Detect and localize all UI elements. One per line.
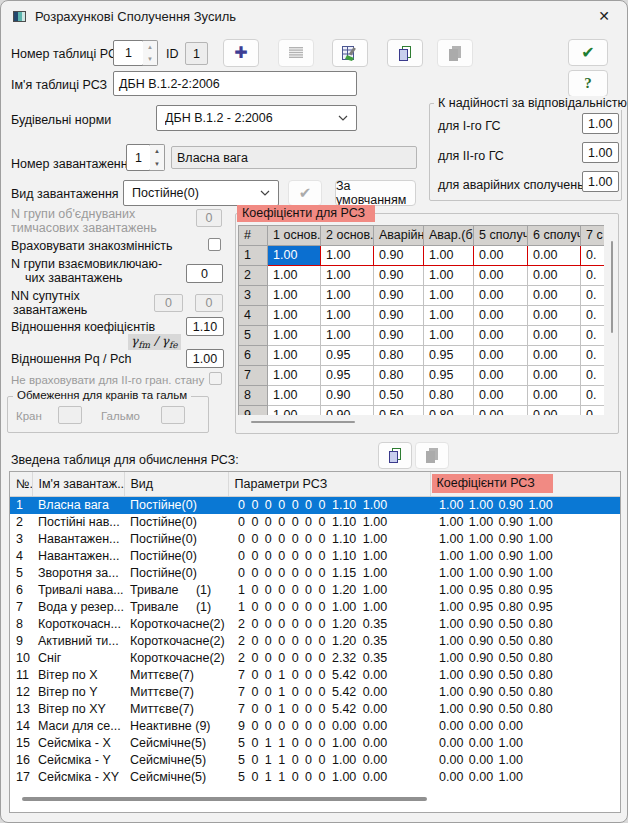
coef-cell[interactable]: 0.00 xyxy=(528,246,581,266)
coef-cell[interactable]: 1.00 xyxy=(268,246,321,266)
summary-cell-n[interactable]: 8 xyxy=(10,616,32,633)
coef-cell[interactable]: 0. xyxy=(581,306,605,326)
table-number-input[interactable]: 1 xyxy=(113,40,144,66)
summary-cell-name[interactable]: Вітер по XY xyxy=(32,701,124,718)
summary-cell-n[interactable]: 7 xyxy=(10,599,32,616)
coef-cell[interactable]: 0.90 xyxy=(374,326,424,346)
coef-cell[interactable]: 0.90 xyxy=(321,406,374,416)
coef-cell[interactable]: 0.00 xyxy=(528,266,581,286)
coef-cell[interactable]: 0.00 xyxy=(474,246,528,266)
coef-cell[interactable]: 0. xyxy=(581,326,605,346)
table-name-input[interactable]: ДБН В.1.2-2:2006 xyxy=(113,71,357,96)
summary-cell-n[interactable]: 14 xyxy=(10,718,32,735)
summary-row[interactable]: 5Зворотня за...Постійне(0)0 0 0 0 0 0 0 … xyxy=(10,565,620,582)
summary-row[interactable]: 1Власна вагаПостійне(0)0 0 0 0 0 0 0 1.1… xyxy=(10,496,620,514)
summary-row[interactable]: 8Короткочасн...Короткочасне(2)2 0 0 0 0 … xyxy=(10,616,620,633)
summary-cell-kind[interactable]: Миттєве(7) xyxy=(124,684,228,701)
coef-cell[interactable]: 1.00 xyxy=(268,346,321,366)
summary-cell-kind[interactable]: Тривале (1) xyxy=(124,582,228,599)
coef-cell[interactable]: 0.00 xyxy=(474,346,528,366)
summary-row[interactable]: 4Навантажен...Постійне(0)0 0 0 0 0 0 0 1… xyxy=(10,548,620,565)
summary-cell-params[interactable]: 1 0 0 0 0 0 0 1.20 1.00 xyxy=(228,582,430,599)
summary-cell-name[interactable]: Активний ти... xyxy=(32,633,124,650)
coef-cell[interactable]: 1.00 xyxy=(424,246,474,266)
summary-cell-name[interactable]: Постійні нав... xyxy=(32,514,124,531)
coef-cell[interactable]: 1.00 xyxy=(424,306,474,326)
coef-cell[interactable]: 0.90 xyxy=(374,306,424,326)
table-number-spinner[interactable]: ▲ ▼ xyxy=(143,40,158,66)
coef-cell[interactable]: 1.00 xyxy=(268,306,321,326)
help-button[interactable]: ? xyxy=(568,70,608,97)
coef-row-number[interactable]: 3 xyxy=(239,286,268,306)
summary-horizontal-scrollbar[interactable] xyxy=(22,797,427,801)
summary-cell-name[interactable]: Маси для се... xyxy=(32,718,124,735)
summary-cell-name[interactable]: Сейсміка - Y xyxy=(32,752,124,769)
coef-cell[interactable]: 0.90 xyxy=(374,266,424,286)
summary-row[interactable]: 3Навантажен...Постійне(0)0 0 0 0 0 0 0 1… xyxy=(10,531,620,548)
coef-cell[interactable]: 1.00 xyxy=(268,386,321,406)
coef-row-number[interactable]: 5 xyxy=(239,326,268,346)
summary-cell-n[interactable]: 17 xyxy=(10,769,32,786)
coef-cell[interactable]: 0.95 xyxy=(321,346,374,366)
summary-cell-n[interactable]: 4 xyxy=(10,548,32,565)
summary-cell-name[interactable]: Сейсміка - XY xyxy=(32,769,124,786)
coef-cell[interactable]: 0.00 xyxy=(528,306,581,326)
summary-cell-kind[interactable]: Сейсмічне(5) xyxy=(124,752,228,769)
summary-cell-coefs[interactable]: 1.00 0.95 0.80 0.95 xyxy=(430,599,620,616)
coef-cell[interactable]: 0.90 xyxy=(374,246,424,266)
summary-cell-kind[interactable]: Короткочасне(2) xyxy=(124,616,228,633)
coef-row[interactable]: 81.000.900.500.800.000.000. xyxy=(239,386,605,406)
summary-row[interactable]: 16Сейсміка - YСейсмічне(5)5 0 1 1 0 0 0 … xyxy=(10,752,620,769)
summary-cell-coefs[interactable]: 0.00 0.00 1.00 xyxy=(430,735,620,752)
sign-alternate-checkbox[interactable] xyxy=(208,238,221,251)
summary-row[interactable]: 17Сейсміка - XYСейсмічне(5)5 0 1 1 0 0 0… xyxy=(10,769,620,786)
summary-cell-name[interactable]: Сніг xyxy=(32,650,124,667)
summary-cell-name[interactable]: Вітер по X xyxy=(32,667,124,684)
norms-combobox[interactable]: ДБН В.1.2 - 2:2006 xyxy=(156,105,357,131)
coef-cell[interactable]: 0. xyxy=(581,406,605,416)
reliability-value-3[interactable]: 1.00 xyxy=(582,171,619,192)
coef-cell[interactable]: 1.00 xyxy=(321,246,374,266)
coef-cell[interactable]: 0. xyxy=(581,366,605,386)
default-button[interactable]: За умовчанням xyxy=(335,180,416,206)
coef-row[interactable]: 51.001.000.901.000.000.000. xyxy=(239,326,605,346)
coef-cell[interactable]: 0.50 xyxy=(374,386,424,406)
coef-row-number[interactable]: 1 xyxy=(239,246,268,266)
ignore-second-limit-checkbox[interactable] xyxy=(209,372,222,385)
coef-row[interactable]: 91.000.900.500.800.000.000. xyxy=(239,406,605,416)
coef-cell[interactable]: 0.00 xyxy=(474,266,528,286)
pq-ratio-field[interactable]: 1.00 xyxy=(186,349,224,368)
coef-cell[interactable]: 1.00 xyxy=(424,266,474,286)
summary-cell-n[interactable]: 1 xyxy=(10,496,32,514)
paste-summary-button-disabled[interactable] xyxy=(415,442,449,469)
summary-cell-kind[interactable]: Неактивне (9) xyxy=(124,718,228,735)
ok-button[interactable]: ✔ xyxy=(568,39,608,66)
coef-cell[interactable]: 0.00 xyxy=(528,346,581,366)
summary-cell-kind[interactable]: Миттєве(7) xyxy=(124,667,228,684)
summary-cell-n[interactable]: 12 xyxy=(10,684,32,701)
coef-cell[interactable]: 1.00 xyxy=(321,266,374,286)
coef-cell[interactable]: 1.00 xyxy=(268,366,321,386)
coef-cell[interactable]: 0.00 xyxy=(474,286,528,306)
summary-cell-params[interactable]: 2 0 0 0 0 0 0 1.20 0.35 xyxy=(228,616,430,633)
summary-cell-params[interactable]: 0 0 0 0 0 0 0 1.10 1.00 xyxy=(228,514,430,531)
summary-cell-kind[interactable]: Короткочасне(2) xyxy=(124,633,228,650)
coef-cell[interactable]: 0.95 xyxy=(424,366,474,386)
coef-vertical-scrollbar[interactable] xyxy=(611,241,613,333)
summary-cell-coefs[interactable]: 1.00 0.90 0.50 0.80 xyxy=(430,667,620,684)
summary-cell-coefs[interactable]: 1.00 0.90 0.50 0.80 xyxy=(430,684,620,701)
reliability-value-2[interactable]: 1.00 xyxy=(582,142,619,163)
summary-cell-params[interactable]: 2 0 0 0 0 0 0 2.32 0.35 xyxy=(228,650,430,667)
summary-cell-kind[interactable]: Постійне(0) xyxy=(124,565,228,582)
coef-cell[interactable]: 1.00 xyxy=(321,326,374,346)
summary-cell-name[interactable]: Тривалі нава... xyxy=(32,582,124,599)
summary-row[interactable]: 12Вітер по YМиттєве(7)7 0 0 1 0 0 0 5.42… xyxy=(10,684,620,701)
coef-cell[interactable]: 0.80 xyxy=(374,346,424,366)
spin-down-icon[interactable]: ▼ xyxy=(150,158,164,171)
summary-cell-kind[interactable]: Сейсмічне(5) xyxy=(124,735,228,752)
spin-down-icon[interactable]: ▼ xyxy=(143,53,157,65)
summary-row[interactable]: 15Сейсміка - XСейсмічне(5)5 0 1 1 0 0 0 … xyxy=(10,735,620,752)
summary-cell-coefs[interactable]: 1.00 0.90 0.50 0.80 xyxy=(430,701,620,718)
summary-cell-coefs[interactable]: 0.00 0.00 1.00 xyxy=(430,752,620,769)
summary-cell-n[interactable]: 6 xyxy=(10,582,32,599)
